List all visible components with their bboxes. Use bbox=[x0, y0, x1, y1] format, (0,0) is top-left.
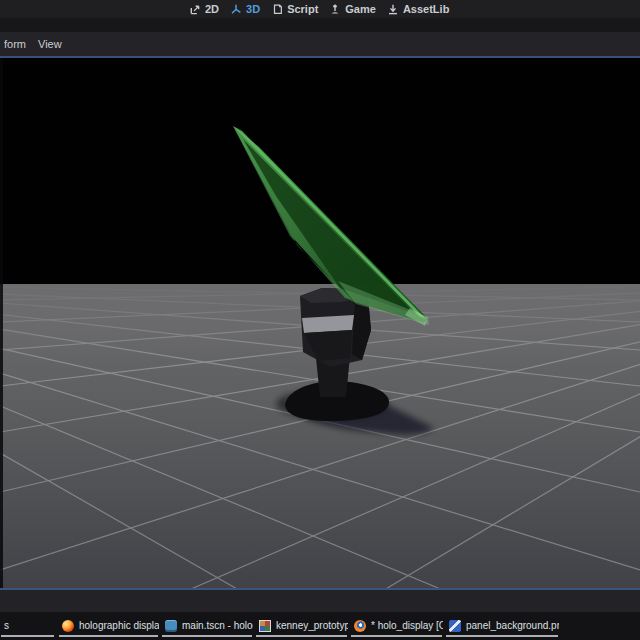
3d-viewport[interactable] bbox=[0, 58, 640, 588]
godot-editor-screen: 2D 3D Script G bbox=[0, 0, 640, 640]
blender-icon bbox=[354, 620, 366, 632]
view-menu[interactable]: View bbox=[38, 38, 62, 50]
viewport-scene bbox=[0, 58, 640, 588]
taskbar-item-holo-display[interactable]: * holo_display [C:\Pro... bbox=[350, 613, 443, 638]
script-icon bbox=[271, 3, 283, 15]
bottom-panel-bar bbox=[0, 590, 640, 612]
tab-game-label: Game bbox=[345, 3, 376, 15]
3d-icon bbox=[230, 3, 242, 15]
taskbar-item-holo-display-label: * holo_display [C:\Pro... bbox=[371, 620, 443, 631]
taskbar-item-godot[interactable]: main.tscn - holograp... bbox=[161, 613, 253, 638]
game-icon bbox=[329, 3, 341, 15]
tab-3d-label: 3D bbox=[246, 3, 260, 15]
paint-icon bbox=[449, 620, 461, 632]
tab-2d[interactable]: 2D bbox=[189, 3, 219, 15]
projector-lens-band bbox=[302, 315, 354, 333]
taskbar-item-truncated-label: s bbox=[4, 620, 9, 631]
tab-assetlib-label: AssetLib bbox=[403, 3, 449, 15]
tab-game[interactable]: Game bbox=[329, 3, 376, 15]
taskbar-item-firefox[interactable]: holographic displays ... bbox=[58, 613, 159, 638]
tab-script[interactable]: Script bbox=[271, 3, 318, 15]
2d-icon bbox=[189, 3, 201, 15]
editor-menubar: 2D 3D Script G bbox=[0, 0, 640, 18]
viewport-toolbar: form View bbox=[0, 32, 640, 56]
taskbar-item-godot-label: main.tscn - holograp... bbox=[182, 620, 253, 631]
firefox-icon bbox=[62, 620, 74, 632]
godot-icon bbox=[165, 620, 177, 632]
tab-2d-label: 2D bbox=[205, 3, 219, 15]
left-panel-sliver bbox=[0, 58, 3, 588]
taskbar-item-firefox-label: holographic displays ... bbox=[79, 620, 159, 631]
taskbar-item-kenney[interactable]: kenney_prototype-te... bbox=[255, 613, 348, 638]
tab-script-label: Script bbox=[287, 3, 318, 15]
workspace-switcher: 2D 3D Script G bbox=[189, 0, 449, 18]
taskbar-item-panel-background-label: panel_background.pn... bbox=[466, 620, 559, 631]
scene-tab-bar bbox=[0, 18, 640, 32]
tab-3d[interactable]: 3D bbox=[230, 3, 260, 15]
windows-taskbar: s holographic displays ... main.tscn - h… bbox=[0, 612, 640, 640]
assetlib-icon bbox=[387, 3, 399, 15]
tab-assetlib[interactable]: AssetLib bbox=[387, 3, 449, 15]
taskbar-item-kenney-label: kenney_prototype-te... bbox=[276, 620, 348, 631]
transform-menu[interactable]: form bbox=[4, 38, 26, 50]
taskbar-item-panel-background[interactable]: panel_background.pn... bbox=[445, 613, 559, 638]
image-file-icon bbox=[259, 620, 271, 632]
taskbar-item-truncated[interactable]: s bbox=[0, 613, 55, 638]
